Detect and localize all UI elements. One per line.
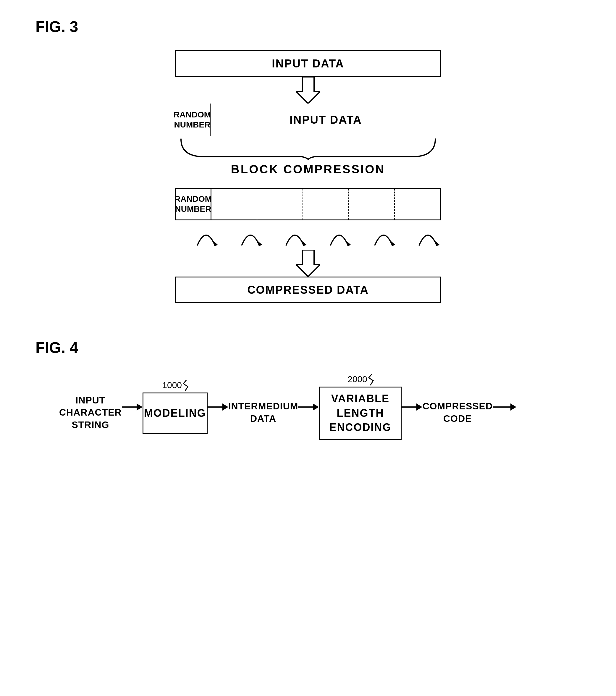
svg-marker-6 — [435, 241, 440, 246]
arrow-down-1 — [296, 77, 320, 104]
svg-marker-15 — [416, 404, 422, 411]
fig3-diagram: INPUT DATA RANDOMNUMBER INPUT DATA BLOCK… — [35, 50, 581, 303]
curved-arrows-row — [184, 220, 450, 250]
arrow-right-1 — [122, 401, 143, 413]
arrow-right-2 — [208, 401, 228, 413]
fig4-input-char-string-item: INPUT CHARACTER STRING — [59, 383, 122, 431]
input-character-string-label: INPUT CHARACTER STRING — [59, 394, 122, 431]
seg-3 — [303, 189, 349, 220]
fig4-heading: FIG. 4 — [35, 339, 581, 357]
fig3-segmented-box: RANDOMNUMBER — [175, 188, 441, 220]
svg-marker-4 — [347, 241, 351, 246]
fig3-random-number-1: RANDOMNUMBER — [175, 104, 210, 136]
fig3-input-data-top-box: INPUT DATA — [175, 50, 441, 77]
seg-2 — [257, 189, 303, 220]
block-compression-label: BLOCK COMPRESSION — [231, 163, 385, 176]
svg-marker-17 — [510, 404, 516, 411]
ref-number-1000: 1000 — [162, 380, 182, 390]
ref-number-2000: 2000 — [347, 374, 367, 384]
svg-marker-11 — [222, 404, 228, 411]
svg-marker-2 — [258, 241, 262, 246]
page: FIG. 3 INPUT DATA RANDOMNUMBER INPUT DAT… — [0, 0, 616, 696]
compressed-code-label: COMPRESSED CODE — [422, 400, 493, 425]
fig4-compressed-code-item: COMPRESSED CODE — [422, 389, 493, 425]
arrow-right-4 — [401, 401, 422, 413]
svg-marker-13 — [313, 404, 319, 411]
brace-svg — [175, 136, 441, 160]
vle-box: VARIABLE LENGTH ENCODING — [319, 386, 401, 440]
svg-marker-0 — [296, 77, 320, 104]
fig4-vle-item: 2000 VARIABLE LENGTH ENCODING — [319, 374, 401, 440]
arrow-right-3 — [298, 401, 319, 413]
seg-1 — [211, 189, 257, 220]
fig4-section: FIG. 4 INPUT CHARACTER STRING 1000 — [35, 339, 581, 440]
ref-zigzag-1 — [182, 380, 191, 391]
fig4-diagram: INPUT CHARACTER STRING 1000 — [59, 374, 581, 440]
intermedium-data-label: INTERMEDIUM DATA — [228, 400, 298, 425]
fig3-input-data-combined: INPUT DATA — [210, 104, 441, 136]
arrow-down-2 — [296, 250, 320, 276]
curved-arrow-5 — [369, 222, 398, 249]
fig3-brace-container: BLOCK COMPRESSION — [175, 136, 441, 188]
svg-marker-5 — [391, 241, 395, 246]
seg-4 — [349, 189, 395, 220]
svg-marker-3 — [302, 241, 307, 246]
modeling-box: MODELING — [143, 393, 208, 434]
curved-arrow-1 — [191, 222, 221, 249]
arrow-right-5 — [493, 401, 516, 413]
svg-marker-1 — [214, 241, 218, 246]
fig4-modeling-item: 1000 MODELING — [143, 380, 208, 434]
svg-marker-9 — [137, 404, 143, 411]
fig3-section: FIG. 3 INPUT DATA RANDOMNUMBER INPUT DAT… — [35, 18, 581, 303]
curved-arrow-6 — [413, 222, 443, 249]
fig3-heading: FIG. 3 — [35, 18, 581, 35]
fig4-intermedium-item: INTERMEDIUM DATA — [228, 389, 298, 425]
fig3-compressed-data-box: COMPRESSED DATA — [175, 276, 441, 303]
curved-arrow-4 — [325, 222, 354, 249]
curved-arrow-3 — [280, 222, 310, 249]
ref-zigzag-2 — [367, 374, 376, 385]
fig3-combined-box: RANDOMNUMBER INPUT DATA — [175, 104, 441, 136]
seg-5 — [395, 189, 440, 220]
fig3-random-number-2: RANDOMNUMBER — [176, 189, 211, 220]
curved-arrow-2 — [236, 222, 265, 249]
svg-marker-7 — [296, 250, 320, 276]
